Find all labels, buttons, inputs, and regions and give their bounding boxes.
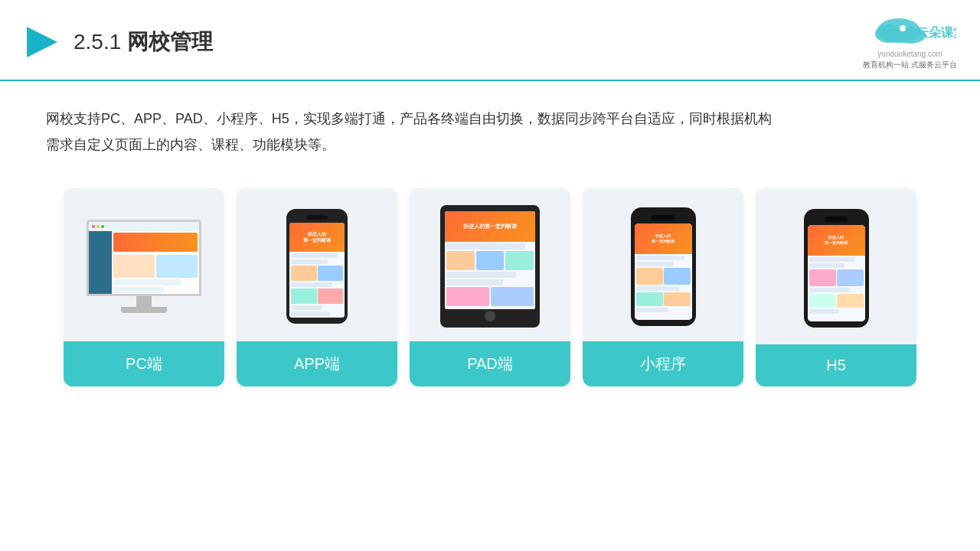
svg-marker-0: [27, 27, 57, 57]
card-h5-label: H5: [756, 344, 916, 386]
phone-mockup-h5: 职进人的第一堂判断课: [804, 209, 869, 328]
device-cards: PC端 职进人的第一堂判断课: [0, 173, 980, 402]
card-app-image: 职进人的第一堂判断课: [237, 188, 397, 341]
logo-icon: 云朵课堂: [864, 14, 956, 48]
svg-point-4: [900, 25, 906, 31]
card-h5: 职进人的第一堂判断课: [756, 188, 916, 386]
card-pad-label: PAD端: [410, 341, 570, 386]
logo-area: 云朵课堂 yunduoketang.com 教育机构一站 式服务云平台: [863, 14, 957, 70]
card-pc-label: PC端: [64, 341, 224, 386]
card-pc-image: [64, 188, 224, 341]
card-h5-image: 职进人的第一堂判断课: [756, 188, 916, 344]
card-app: 职进人的第一堂判断课: [237, 188, 397, 386]
logo-url: yunduoketang.com: [877, 50, 942, 58]
play-icon: [23, 23, 61, 61]
description-area: 网校支持PC、APP、PAD、小程序、H5，实现多端打通，产品各终端自由切换，数…: [0, 81, 980, 173]
header: 2.5.1 网校管理 云朵课堂 yunduoketang.com 教育机构一站 …: [0, 0, 980, 81]
card-app-label: APP端: [237, 341, 397, 386]
header-left: 2.5.1 网校管理: [23, 23, 213, 61]
card-mini-label: 小程序: [583, 341, 743, 386]
logo-tagline: 教育机构一站 式服务云平台: [863, 60, 957, 70]
desc-line1: 网校支持PC、APP、PAD、小程序、H5，实现多端打通，产品各终端自由切换，数…: [46, 106, 934, 132]
card-pad: 职进人的第一堂判断课: [410, 188, 570, 386]
page-title: 2.5.1 网校管理: [74, 28, 213, 57]
phone-mockup-mini: 职进人的第一堂判断课: [631, 207, 696, 326]
card-mini: 职进人的第一堂判断课: [583, 188, 743, 386]
card-pad-image: 职进人的第一堂判断课: [410, 188, 570, 341]
card-mini-image: 职进人的第一堂判断课: [583, 188, 743, 341]
desc-line2: 需求自定义页面上的内容、课程、功能模块等。: [46, 132, 934, 158]
svg-text:云朵课堂: 云朵课堂: [916, 26, 956, 39]
card-pc: PC端: [64, 188, 224, 386]
tablet-mockup: 职进人的第一堂判断课: [440, 205, 540, 328]
phone-mockup-app: 职进人的第一堂判断课: [286, 209, 348, 324]
monitor-mockup: [87, 220, 201, 313]
